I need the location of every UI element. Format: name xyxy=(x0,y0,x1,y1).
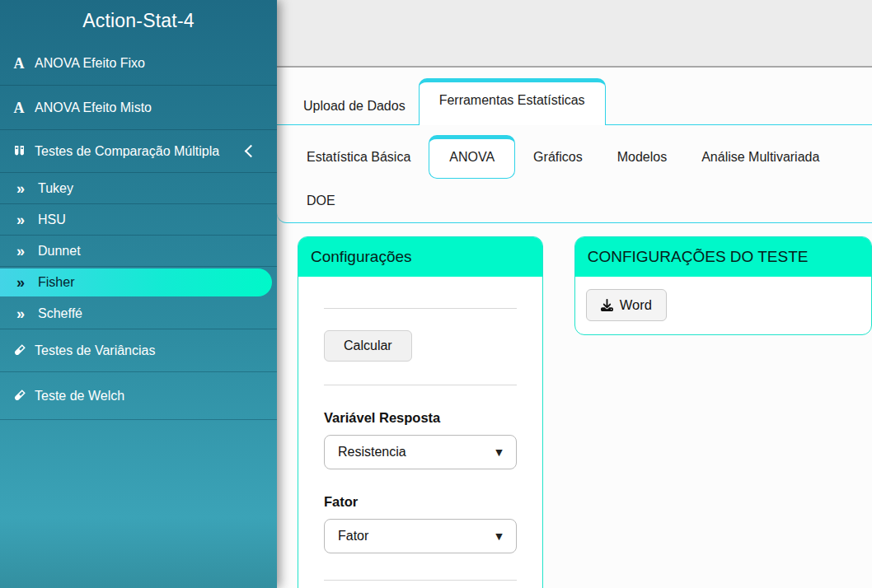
tab-modelos[interactable]: Modelos xyxy=(601,135,683,179)
response-variable-value: Resistencia xyxy=(338,445,406,460)
config-panel: Configurações Calcular Variável Resposta… xyxy=(298,236,543,588)
sidebar-item-scheffe[interactable]: » Scheffé xyxy=(0,298,277,329)
main-area: Upload de Dados Ferramentas Estatísticas… xyxy=(277,0,872,588)
factor-value: Fator xyxy=(338,529,368,544)
test-config-panel-title: CONFIGURAÇÕES DO TESTE xyxy=(575,237,871,277)
test-config-panel: CONFIGURAÇÕES DO TESTE Word xyxy=(574,236,872,335)
sidebar-item-testes-de-variancias[interactable]: Testes de Variâncias xyxy=(0,329,277,372)
divider xyxy=(324,385,517,385)
tab-graficos[interactable]: Gráficos xyxy=(517,135,599,179)
secondary-tabs: Estatística Básica ANOVA Gráficos Modelo… xyxy=(277,135,872,223)
font-icon: A xyxy=(12,100,26,115)
app-title: Action-Stat-4 xyxy=(0,0,277,42)
angles-right-icon: » xyxy=(16,212,30,227)
tab-doe[interactable]: DOE xyxy=(290,179,352,222)
sidebar-item-label: Tukey xyxy=(38,181,73,196)
sidebar-item-anova-efeito-misto[interactable]: A ANOVA Efeito Misto xyxy=(0,86,277,130)
sidebar-item-teste-de-welch[interactable]: Teste de Welch xyxy=(0,372,277,420)
sidebar-item-fisher[interactable]: » Fisher xyxy=(0,267,277,298)
tab-estatistica-basica[interactable]: Estatística Básica xyxy=(290,135,427,179)
sidebar-item-label: ANOVA Efeito Fixo xyxy=(35,56,145,71)
sidebar-item-hsu[interactable]: » HSU xyxy=(0,204,277,236)
config-panel-body: Calcular Variável Resposta Resistencia ▼… xyxy=(298,308,542,581)
sidebar-item-testes-comparacao-multipla[interactable]: Testes de Comparação Múltipla xyxy=(0,130,277,173)
sidebar-item-dunnet[interactable]: » Dunnet xyxy=(0,236,277,267)
tab-anova[interactable]: ANOVA xyxy=(429,135,515,179)
divider xyxy=(324,580,517,581)
sidebar-item-label: Dunnet xyxy=(38,244,81,259)
tab-upload-de-dados[interactable]: Upload de Dados xyxy=(290,88,419,124)
sidebar-item-label: Scheffé xyxy=(38,306,82,321)
response-variable-label: Variável Resposta xyxy=(324,410,517,426)
sidebar: Action-Stat-4 A ANOVA Efeito Fixo A ANOV… xyxy=(0,0,277,588)
sidebar-item-label: ANOVA Efeito Misto xyxy=(35,100,152,115)
angles-right-icon: » xyxy=(16,306,30,321)
sidebar-item-label: Testes de Comparação Múltipla xyxy=(35,144,219,159)
content-area: Upload de Dados Ferramentas Estatísticas… xyxy=(277,82,872,588)
sidebar-item-label: HSU xyxy=(38,212,66,227)
tab-analise-multivariada[interactable]: Análise Multivariada xyxy=(685,135,836,179)
caret-down-icon: ▼ xyxy=(495,447,502,458)
vial-icon xyxy=(12,390,26,403)
caret-down-icon: ▼ xyxy=(495,531,502,542)
sidebar-item-anova-efeito-fixo[interactable]: A ANOVA Efeito Fixo xyxy=(0,42,277,86)
vial-icon xyxy=(12,344,26,357)
download-icon xyxy=(601,299,613,311)
panels-row: Configurações Calcular Variável Resposta… xyxy=(298,236,872,588)
sidebar-item-label: Testes de Variâncias xyxy=(35,343,155,358)
test-config-panel-body: Word xyxy=(575,277,871,334)
word-button-label: Word xyxy=(620,297,652,313)
sidebar-item-tukey[interactable]: » Tukey xyxy=(0,173,277,204)
factor-label: Fator xyxy=(324,494,517,510)
sidebar-item-label: Fisher xyxy=(38,275,74,290)
word-download-button[interactable]: Word xyxy=(586,289,667,321)
chevron-left-icon xyxy=(245,145,258,158)
vials-icon xyxy=(12,145,26,157)
angles-right-icon: » xyxy=(16,181,30,196)
tab-ferramentas-estatisticas[interactable]: Ferramentas Estatísticas xyxy=(419,78,606,125)
sidebar-item-label: Teste de Welch xyxy=(35,389,124,404)
header-strip xyxy=(277,0,872,68)
config-panel-title: Configurações xyxy=(298,237,542,277)
selected-item-pill: » Fisher xyxy=(0,268,272,296)
divider xyxy=(324,308,517,309)
font-icon: A xyxy=(12,56,26,71)
response-variable-select[interactable]: Resistencia ▼ xyxy=(324,435,517,469)
primary-tabs: Upload de Dados Ferramentas Estatísticas xyxy=(277,82,872,125)
angles-right-icon: » xyxy=(16,275,30,290)
angles-right-icon: » xyxy=(16,244,30,259)
factor-select[interactable]: Fator ▼ xyxy=(324,519,517,553)
calculate-button[interactable]: Calcular xyxy=(324,330,412,362)
